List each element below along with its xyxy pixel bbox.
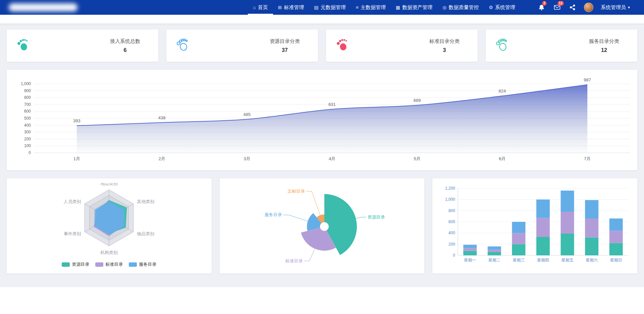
nav-item-data-asset-mgmt[interactable]: ▦ 数据资产管理	[391, 0, 437, 15]
footprint-icon	[176, 38, 190, 53]
app-logo[interactable]	[9, 3, 77, 11]
nav-item-home[interactable]: ⌂ 首页	[248, 0, 273, 15]
svg-text:星期一: 星期一	[464, 258, 476, 262]
svg-text:0: 0	[453, 253, 455, 258]
stat-label: 资源目录分类	[270, 38, 300, 45]
gear-icon: ⚙	[489, 5, 493, 10]
svg-text:300: 300	[24, 130, 31, 134]
mail-badge: 12	[557, 1, 564, 6]
catalog-distribution-pie-chart[interactable]: 资源目录标准目录服务目录文献目录	[224, 183, 420, 269]
stat-value: 37	[270, 47, 300, 53]
svg-text:600: 600	[448, 219, 455, 224]
legend-label: 资源目录	[72, 261, 89, 267]
radar-legend-item-resource[interactable]: 资源目录	[62, 261, 89, 267]
svg-text:485: 485	[243, 112, 251, 117]
svg-text:824: 824	[499, 88, 506, 93]
share-icon	[570, 4, 576, 10]
nav-label: 主数据管理	[361, 4, 386, 11]
legend-label: 标准目录	[105, 261, 123, 267]
svg-text:200: 200	[448, 242, 455, 247]
weekly-stacked-bar-chart[interactable]: 02004006008001,0001,200星期一星期二星期三星期四星期五星期…	[436, 183, 633, 269]
svg-text:物品类别: 物品类别	[137, 231, 154, 236]
nav-label: 数据资产管理	[402, 4, 432, 11]
masterdata-icon: ≡	[356, 5, 359, 10]
svg-text:7月: 7月	[584, 156, 591, 161]
stat-label: 接入系统总数	[110, 38, 140, 45]
share-button[interactable]	[569, 3, 577, 11]
nav-label: 元数据管理	[321, 4, 346, 11]
legend-label: 服务目录	[139, 261, 156, 267]
svg-text:800: 800	[448, 208, 455, 213]
stat-card-resource-catalog: 资源目录分类 37	[166, 29, 318, 62]
notification-bell-button[interactable]: 3	[538, 3, 546, 11]
svg-text:500: 500	[24, 116, 31, 121]
bottom-charts-row: 地点类别其他类别物品类别机构类别事件类别人员类别 资源目录 标准目录 服务目录 …	[7, 178, 637, 273]
avatar[interactable]	[584, 3, 593, 12]
svg-text:6月: 6月	[499, 156, 505, 161]
svg-text:631: 631	[328, 102, 336, 107]
svg-text:事件类别: 事件类别	[64, 231, 81, 236]
stat-card-service-catalog: 服务目录分类 12	[486, 29, 637, 62]
page-footer	[0, 287, 644, 314]
svg-text:200: 200	[24, 137, 31, 141]
svg-text:0: 0	[29, 150, 31, 155]
footprint-icon	[495, 38, 509, 53]
svg-text:标准目录: 标准目录	[285, 258, 303, 263]
nav-item-standard-mgmt[interactable]: ⊞ 标准管理	[273, 0, 309, 15]
footprint-icon	[16, 38, 30, 53]
legend-chip	[129, 262, 137, 267]
svg-text:星期五: 星期五	[561, 258, 574, 262]
nav-item-metadata-mgmt[interactable]: ▤ 元数据管理	[309, 0, 351, 15]
svg-text:1,000: 1,000	[21, 81, 31, 86]
trend-chart-panel: 01002003004005006007008009001,0001月2月3月4…	[7, 70, 637, 170]
svg-text:星期四: 星期四	[537, 258, 549, 262]
pie-chart-panel: 资源目录标准目录服务目录文献目录	[220, 178, 425, 273]
category-radar-chart[interactable]: 地点类别其他类别物品类别机构类别事件类别人员类别	[11, 183, 207, 258]
svg-text:星期三: 星期三	[513, 258, 525, 262]
stat-card-total-systems: 接入系统总数 6	[7, 29, 158, 62]
radar-legend: 资源目录 标准目录 服务目录	[11, 261, 208, 267]
messages-button[interactable]: 12	[553, 3, 561, 11]
svg-text:2月: 2月	[158, 156, 165, 161]
data-quality-icon: ◎	[442, 5, 446, 10]
svg-text:3月: 3月	[244, 156, 250, 161]
nav-item-data-quality[interactable]: ◎ 数据质量管控	[437, 0, 484, 15]
user-menu[interactable]: 系统管理员 ▾	[601, 4, 630, 11]
metadata-icon: ▤	[314, 5, 319, 10]
radar-legend-item-standard[interactable]: 标准目录	[95, 261, 123, 267]
nav-label: 数据质量管控	[448, 4, 479, 11]
chevron-down-icon: ▾	[628, 5, 630, 10]
svg-text:393: 393	[73, 118, 80, 123]
svg-text:其他类别: 其他类别	[137, 199, 154, 204]
svg-text:1,200: 1,200	[445, 186, 455, 191]
svg-text:800: 800	[24, 95, 31, 100]
svg-text:星期六: 星期六	[586, 258, 598, 262]
svg-text:438: 438	[158, 115, 166, 120]
svg-text:900: 900	[24, 88, 31, 93]
top-nav-bar: ⌂ 首页 ⊞ 标准管理 ▤ 元数据管理 ≡ 主数据管理 ▦ 数据资产管理 ◎ 数…	[0, 0, 644, 15]
svg-text:5月: 5月	[414, 156, 421, 161]
stat-label: 标准目录分类	[429, 38, 460, 45]
svg-text:文献目录: 文献目录	[287, 189, 305, 194]
nav-label: 首页	[258, 4, 268, 11]
stat-label: 服务目录分类	[589, 38, 619, 45]
legend-chip	[62, 262, 70, 267]
bar-chart-panel: 02004006008001,0001,200星期一星期二星期三星期四星期五星期…	[432, 178, 637, 273]
svg-text:4月: 4月	[329, 156, 335, 161]
footprint-icon	[335, 38, 350, 53]
radar-legend-item-service[interactable]: 服务目录	[129, 261, 156, 267]
svg-text:1,000: 1,000	[445, 197, 455, 202]
nav-item-system-mgmt[interactable]: ⚙ 系统管理	[484, 0, 520, 15]
header-actions: 3 12 系统管理员 ▾	[538, 0, 630, 15]
radar-chart-panel: 地点类别其他类别物品类别机构类别事件类别人员类别 资源目录 标准目录 服务目录	[7, 178, 212, 273]
svg-text:资源目录: 资源目录	[367, 214, 385, 219]
nav-item-masterdata-mgmt[interactable]: ≡ 主数据管理	[351, 0, 391, 15]
standard-icon: ⊞	[278, 5, 282, 10]
home-icon: ⌂	[253, 5, 256, 10]
svg-text:1月: 1月	[73, 156, 80, 161]
svg-text:700: 700	[24, 102, 31, 107]
secondary-bar	[0, 15, 644, 23]
stat-value: 3	[429, 47, 460, 53]
monthly-trend-area-chart[interactable]: 01002003004005006007008009001,0001月2月3月4…	[11, 72, 633, 168]
stat-value: 6	[110, 47, 140, 53]
